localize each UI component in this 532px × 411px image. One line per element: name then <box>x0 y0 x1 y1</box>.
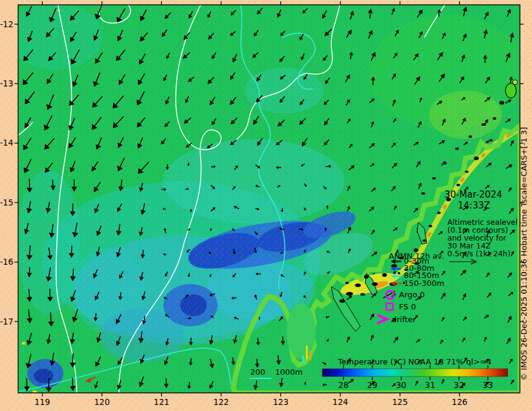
anmn-item-label: 150-300m <box>404 279 444 288</box>
x-tick-label: 120 <box>94 397 110 407</box>
y-tick-label: -16 <box>0 257 13 267</box>
argo-label: Argo 0 <box>399 290 425 299</box>
drifter-label: drifter <box>392 315 417 324</box>
x-tick-label: 123 <box>273 397 289 407</box>
colorbar-tick-label: 30 <box>396 380 406 390</box>
colorbar-gradient <box>322 369 508 377</box>
valid-time: 14:33Z <box>458 200 490 211</box>
colorbar-tick-label: 28 <box>338 380 348 390</box>
y-tick-label: -17 <box>0 317 13 326</box>
depth-200-label: 200 <box>250 367 265 377</box>
colorbar-tick-label: 29 <box>367 380 377 390</box>
x-tick-label: 124 <box>332 397 348 407</box>
colorbar-tick-label: 32 <box>454 380 464 390</box>
y-tick-label: -12 <box>0 19 13 29</box>
y-tick-label: -13 <box>0 79 13 88</box>
colorbar-tick-label: 33 <box>482 380 493 390</box>
x-tick-label: 119 <box>34 397 50 407</box>
colorbar-tick-label: 31 <box>425 380 435 390</box>
depth-1000-label: 1000m <box>275 367 303 377</box>
x-tick-label: 126 <box>452 397 467 407</box>
colorbar-title: Temperature (°C) NOAA 18 71% ql>=4 <box>337 357 491 366</box>
x-tick-label: 121 <box>154 397 169 407</box>
fs-label: FS 0 <box>399 302 416 311</box>
note-line: 0.5m/s (1kt 24h) <box>447 249 510 258</box>
y-tick-label: -14 <box>0 138 13 147</box>
y-tick-label: -15 <box>0 198 13 207</box>
x-tick-label: 125 <box>392 397 408 407</box>
valid-date: 30-Mar-2024 <box>444 189 502 200</box>
x-tick-label: 122 <box>213 397 229 407</box>
sst-map-figure: 30-Mar-2024 14:33Z Altimetric sealevel (… <box>0 0 532 411</box>
credit-text: © IMOS 26-Dec-2025 01:10:36 Hobart time … <box>519 127 528 380</box>
